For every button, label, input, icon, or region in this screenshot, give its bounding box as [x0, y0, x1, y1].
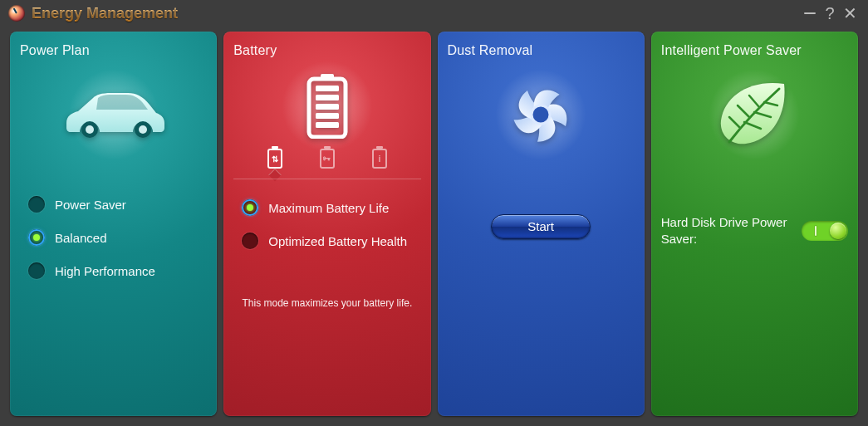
battery-mode-icon: ⇅ [267, 149, 282, 169]
radio-icon [28, 196, 45, 213]
battery-panel: Battery ⇅ 🗝 i [223, 32, 430, 416]
svg-rect-8 [316, 104, 339, 110]
help-button[interactable]: ? [820, 3, 840, 23]
svg-rect-7 [316, 95, 339, 100]
battery-tab-info[interactable]: i [367, 144, 392, 173]
radio-icon [28, 229, 45, 246]
battery-icon [306, 74, 349, 139]
radio-icon [28, 262, 45, 279]
radio-icon [242, 233, 258, 249]
svg-point-3 [139, 125, 147, 134]
battery-option-optimized-health[interactable]: Optimized Battery Health [242, 224, 412, 257]
svg-point-1 [86, 125, 94, 134]
option-label: Maximum Battery Life [268, 201, 389, 215]
power-plan-option-balanced[interactable]: Balanced [28, 221, 199, 254]
svg-rect-9 [316, 113, 339, 119]
app-gauge-icon [8, 5, 25, 22]
hdd-power-saver-label: Hard Disk Drive Power Saver: [661, 214, 793, 247]
battery-tab-mode[interactable]: ⇅ [262, 144, 287, 173]
radio-icon [242, 199, 258, 216]
car-icon [60, 90, 168, 140]
power-plan-heading: Power Plan [20, 43, 207, 58]
battery-heading: Battery [233, 43, 420, 58]
power-plan-option-high-performance[interactable]: High Performance [28, 254, 199, 287]
app-title: Energy Management [32, 5, 178, 22]
power-plan-option-power-saver[interactable]: Power Saver [28, 188, 199, 221]
fan-icon [503, 77, 578, 152]
minimize-button[interactable] [800, 3, 820, 23]
option-label: Balanced [55, 231, 107, 245]
titlebar: Energy Management ? ✕ [0, 0, 868, 27]
option-label: Optimized Battery Health [268, 234, 407, 248]
battery-info-icon: i [372, 149, 387, 169]
close-button[interactable]: ✕ [840, 3, 860, 23]
option-label: High Performance [55, 264, 155, 278]
dust-removal-start-button[interactable]: Start [491, 214, 591, 239]
leaf-icon [713, 77, 796, 152]
intelligent-power-saver-heading: Intelligent Power Saver [661, 43, 848, 58]
option-label: Power Saver [55, 198, 126, 212]
battery-tab-lock[interactable]: 🗝 [315, 144, 340, 173]
battery-mode-description: This mode maximizes your battery life. [233, 297, 420, 309]
svg-rect-10 [316, 122, 339, 128]
power-plan-panel: Power Plan Power Sa [10, 32, 217, 416]
intelligent-power-saver-panel: Intelligent Power Saver Hard Disk Drive … [651, 32, 858, 416]
dust-removal-heading: Dust Removal [448, 43, 635, 58]
battery-option-max-life[interactable]: Maximum Battery Life [242, 191, 412, 224]
battery-lock-icon: 🗝 [320, 149, 335, 169]
svg-rect-6 [316, 86, 339, 91]
hdd-power-saver-toggle[interactable] [802, 221, 848, 241]
dust-removal-panel: Dust Removal [438, 32, 645, 416]
